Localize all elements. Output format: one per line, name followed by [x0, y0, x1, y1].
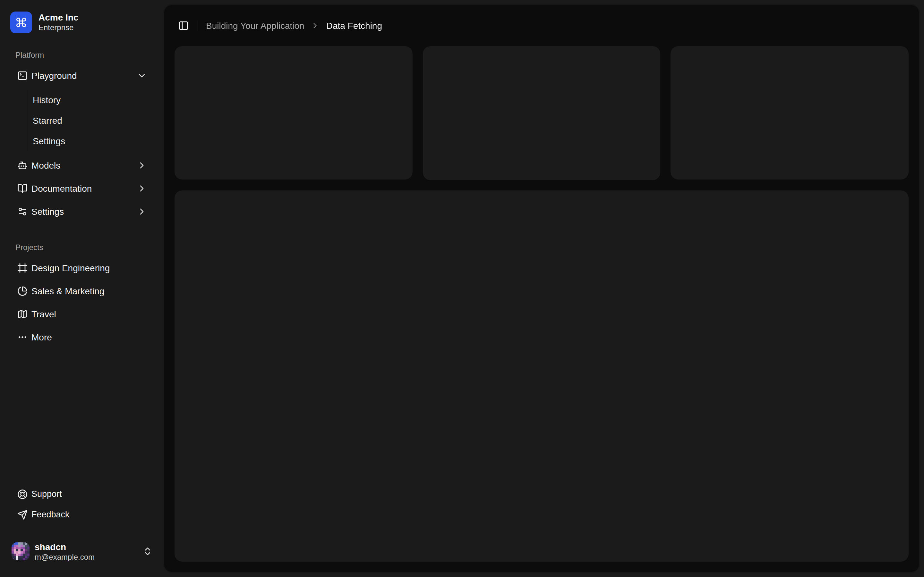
sliders-icon	[17, 206, 27, 217]
sidebar-subitem-settings[interactable]: Settings	[26, 132, 154, 150]
user-meta: shadcn m@example.com	[35, 542, 95, 562]
bot-icon	[17, 160, 27, 171]
placeholder-card	[671, 46, 909, 180]
sidebar-item-models[interactable]: Models	[10, 155, 154, 176]
placeholder-card	[423, 46, 660, 180]
playground-submenu: History Starred Settings	[26, 90, 154, 151]
chevron-down-icon	[137, 71, 147, 81]
command-icon	[10, 11, 32, 33]
ellipsis-icon	[17, 332, 27, 342]
book-open-icon	[17, 183, 27, 193]
chevrons-up-down-icon	[142, 546, 153, 557]
projects-menu: Design Engineering Sales & Marketing Tra…	[10, 258, 154, 348]
sidebar-item-feedback[interactable]: Feedback	[10, 506, 154, 524]
group-label-projects: Projects	[10, 237, 154, 258]
panel-left-icon	[178, 21, 189, 31]
breadcrumb-current: Data Fetching	[326, 21, 382, 31]
group-label-platform: Platform	[10, 45, 154, 65]
sidebar-item-playground[interactable]: Playground	[10, 65, 154, 86]
chevron-right-icon	[137, 206, 147, 217]
user-email: m@example.com	[35, 552, 95, 562]
main-header: Building Your Application Data Fetching	[164, 5, 919, 46]
breadcrumb-chevron-icon	[311, 21, 320, 30]
sidebar-subitem-history[interactable]: History	[26, 91, 154, 109]
team-meta: Acme Inc Enterprise	[39, 12, 79, 33]
chevron-right-icon	[137, 183, 147, 193]
sidebar-group-platform: Platform Playground History Starred Sett…	[0, 45, 164, 222]
header-separator	[198, 21, 198, 31]
placeholder-card	[174, 46, 412, 180]
secondary-menu: Support Feedback	[10, 485, 154, 524]
sidebar-item-documentation[interactable]: Documentation	[10, 178, 154, 199]
team-name: Acme Inc	[39, 12, 79, 23]
main-content	[164, 46, 919, 572]
sidebar-item-design-engineering[interactable]: Design Engineering	[10, 258, 154, 278]
user-name: shadcn	[35, 542, 95, 553]
map-icon	[17, 309, 27, 319]
user-menu-button[interactable]: shadcn m@example.com	[8, 538, 157, 566]
send-icon	[17, 510, 27, 520]
placeholder-cards-row	[174, 46, 909, 180]
square-terminal-icon	[17, 71, 27, 81]
life-buoy-icon	[17, 489, 27, 500]
avatar	[11, 543, 29, 561]
sidebar-item-settings[interactable]: Settings	[10, 201, 154, 222]
sidebar-group-secondary: Support Feedback	[0, 485, 164, 524]
placeholder-panel	[174, 190, 909, 562]
sidebar-item-support[interactable]: Support	[10, 485, 154, 503]
chevron-right-icon	[137, 160, 147, 171]
team-plan: Enterprise	[39, 23, 79, 33]
pie-chart-icon	[17, 286, 27, 296]
sidebar-item-sales-marketing[interactable]: Sales & Marketing	[10, 281, 154, 301]
app-root: Acme Inc Enterprise Platform Playground …	[0, 0, 924, 577]
main-inset: Building Your Application Data Fetching	[164, 5, 919, 572]
frame-icon	[17, 263, 27, 273]
sidebar-header: Acme Inc Enterprise	[0, 0, 164, 36]
sidebar-spacer	[0, 348, 164, 485]
team-switcher-button[interactable]: Acme Inc Enterprise	[8, 9, 157, 36]
sidebar-footer: shadcn m@example.com	[0, 534, 164, 577]
sidebar-group-projects: Projects Design Engineering Sales & Mark…	[0, 237, 164, 348]
platform-menu: Playground History Starred Settings	[10, 65, 154, 222]
sidebar-item-travel[interactable]: Travel	[10, 304, 154, 324]
breadcrumb: Building Your Application Data Fetching	[206, 21, 382, 31]
sidebar-toggle-button[interactable]	[174, 17, 192, 35]
sidebar-subitem-starred[interactable]: Starred	[26, 111, 154, 129]
breadcrumb-parent-link[interactable]: Building Your Application	[206, 21, 304, 31]
sidebar: Acme Inc Enterprise Platform Playground …	[0, 0, 164, 577]
sidebar-item-more[interactable]: More	[10, 327, 154, 348]
